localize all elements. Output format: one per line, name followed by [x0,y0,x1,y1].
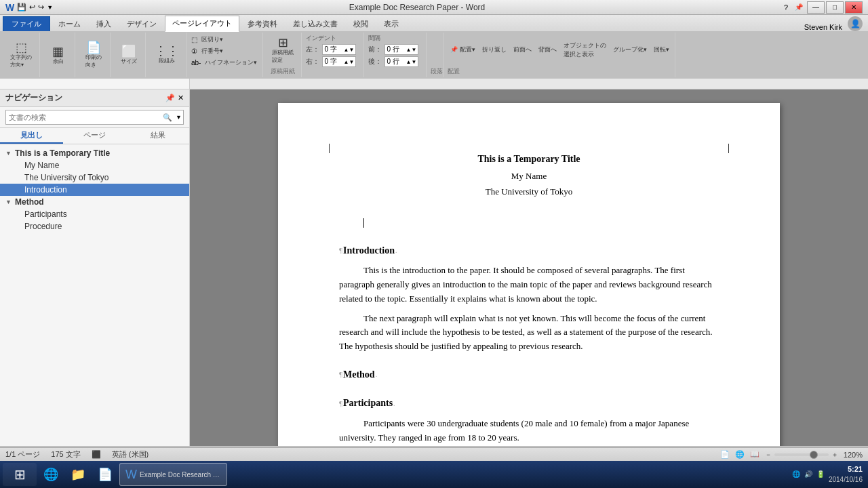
breaks-button[interactable]: 区切り▾ [199,34,226,45]
section-method-heading: Method [343,367,375,382]
minimize-button[interactable]: — [807,1,825,14]
nav-item-method[interactable]: ▼ Method [0,196,189,208]
text-direction-button[interactable]: ⬚ 文字列の方向▾ [7,39,35,70]
rotate-button[interactable]: 回転▾ [651,44,672,56]
hyphenation-button[interactable]: ハイフネーション▾ [202,57,260,68]
clock-time: 5:21 [829,464,863,474]
tab-references[interactable]: 参考資料 [240,16,285,31]
nav-search-dropdown[interactable]: ▼ [174,114,183,121]
zoom-out-button[interactable]: － [765,450,772,460]
align-objects-button[interactable]: オブジェクトの選択と表示 [561,40,609,60]
maximize-button[interactable]: □ [826,1,844,14]
battery-icon[interactable]: 🔋 [816,470,825,478]
intro-pilcrow: ¶ [339,245,342,257]
nav-label-method: Method [15,197,44,207]
tab-insert[interactable]: 挿入 [89,16,119,31]
quick-access-redo[interactable]: ↪ [38,3,44,12]
cursor-area [339,216,719,230]
participants-pilcrow: ¶ [339,398,342,410]
document-area[interactable]: This is a Temporary Title My Name The Un… [190,89,868,446]
nav-label-introduction: Introduction [24,185,67,195]
main-area: ナビゲーション 📌 ✕ 🔍 ▼ 見出し ページ 結果 ▼ This is a T… [0,89,868,446]
doc-author: My Name [339,169,719,184]
close-button[interactable]: ✕ [845,1,863,14]
tab-view[interactable]: 表示 [376,16,406,31]
word-taskbar-label: Example Doc Research Paper - Word [140,471,221,479]
doc-affiliation: The University of Tokyo [339,185,719,199]
nav-search-button[interactable]: 🔍 [161,110,174,124]
taskbar-word[interactable]: W Example Doc Research Paper - Word [119,463,227,486]
horizontal-ruler [190,79,868,89]
network-icon[interactable]: 🌐 [792,470,800,478]
section-participants: ¶ Participants . [339,396,719,411]
windows-taskbar: ⊞ 🌐 📁 📄 W Example Doc Research Paper - W… [0,461,868,488]
sound-icon[interactable]: 🔊 [804,470,812,478]
start-button[interactable]: ⊞ [3,463,37,486]
margins-icon: ▦ [52,45,64,58]
group-button[interactable]: グループ化▾ [610,44,650,56]
wrap-text-button[interactable]: 折り返し [479,44,509,56]
document-page[interactable]: This is a Temporary Title My Name The Un… [278,103,780,446]
nav-tab-pages[interactable]: ページ [63,128,126,144]
taskbar-document[interactable]: 📄 [92,463,118,486]
nav-item-myname[interactable]: My Name [0,159,189,171]
nav-close-icon[interactable]: ✕ [178,94,184,102]
tab-file[interactable]: ファイル [3,16,50,31]
position-button[interactable]: 📌 配置▾ [448,44,478,56]
quick-access-undo[interactable]: ↩ [29,3,35,12]
nav-tab-results[interactable]: 結果 [126,128,189,144]
group-orientation: 📄 印刷の向き [77,33,111,77]
nav-label-title: This is a Temporary Title [15,148,110,158]
spacing-after-input[interactable]: 0 行 ▲▼ [384,56,418,67]
windows-logo-icon: ⊞ [14,466,26,483]
line-numbers-button[interactable]: 行番号▾ [199,45,226,57]
ribbon-toggle-icon[interactable]: 📌 [792,3,806,11]
orientation-button[interactable]: 📄 印刷の向き [82,39,105,70]
view-print-icon[interactable]: 📄 [720,450,730,459]
indent-right-input[interactable]: 0 字 ▲▼ [322,56,356,67]
language: 英語 (米国) [112,449,149,460]
view-web-icon[interactable]: 🌐 [735,450,745,459]
zoom-in-button[interactable]: ＋ [831,450,838,460]
tab-design[interactable]: デザイン [119,16,164,31]
zoom-slider[interactable]: － ＋ [765,450,838,460]
nav-item-title[interactable]: ▼ This is a Temporary Title [0,147,189,159]
columns-button[interactable]: ⋮⋮ 段組み [151,43,182,66]
spacing-before-input[interactable]: 0 行 ▲▼ [384,44,418,55]
nav-item-procedure[interactable]: Procedure [0,220,189,232]
tab-page-layout[interactable]: ページレイアウト [165,16,239,32]
help-icon[interactable]: ? [781,3,791,12]
size-button[interactable]: ⬜ サイズ [117,43,140,67]
nav-item-introduction[interactable]: Introduction [0,184,189,196]
view-read-icon[interactable]: 📖 [750,450,760,459]
send-backward-button[interactable]: 背面へ [536,44,559,56]
tab-review[interactable]: 校閲 [346,16,376,31]
quick-access-save[interactable]: 💾 [17,3,26,12]
taskbar-explorer[interactable]: 📁 [65,463,91,486]
genko-button[interactable]: ⊞ 原稿用紙設定 [269,35,297,66]
taskbar-right: 🌐 🔊 🔋 5:21 2014/10/16 [792,464,865,484]
tab-mailings[interactable]: 差し込み文書 [285,16,345,31]
ruler-spacer [0,79,190,89]
nav-item-participants[interactable]: Participants [0,208,189,220]
participants-period-mark: . [393,399,395,409]
navigation-pane: ナビゲーション 📌 ✕ 🔍 ▼ 見出し ページ 結果 ▼ This is a T… [0,89,190,446]
indent-left-input[interactable]: 0 字 ▲▼ [322,44,356,55]
titlebar: W 💾 ↩ ↪ ▼ Example Doc Research Paper - W… [0,0,868,15]
taskbar-ie[interactable]: 🌐 [38,463,64,486]
zoom-thumb[interactable] [810,451,818,459]
nav-search-box: 🔍 ▼ [5,110,184,125]
participants-para-1: Participants were 30 undergraduate stude… [339,417,719,445]
nav-search-input[interactable] [6,112,161,123]
nav-tabs: 見出し ページ 結果 [0,128,189,144]
tab-home[interactable]: ホーム [51,16,88,31]
nav-label-participants: Participants [24,209,67,219]
quick-access-menu[interactable]: ▼ [47,4,53,11]
group-text-direction: ⬚ 文字列の方向▾ [3,33,40,77]
margins-button[interactable]: ▦ 余白 [49,43,68,67]
bring-forward-button[interactable]: 前面へ [511,44,534,56]
nav-pin-icon[interactable]: 📌 [165,94,175,102]
nav-item-university[interactable]: The University of Tokyo [0,171,189,184]
zoom-track[interactable] [774,453,829,456]
nav-tab-headings[interactable]: 見出し [0,128,63,144]
